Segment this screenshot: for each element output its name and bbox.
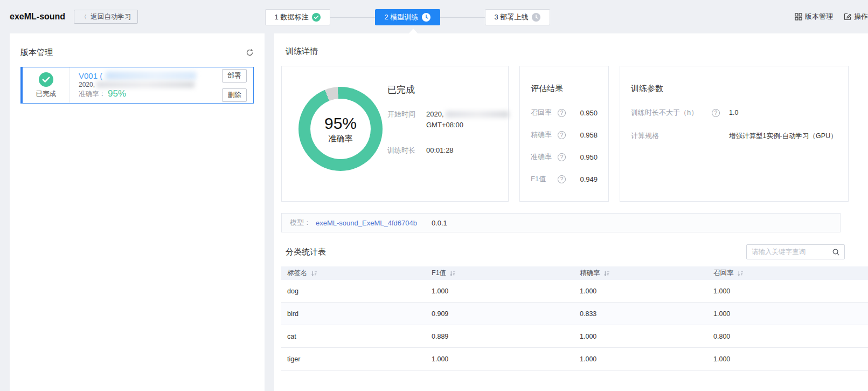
accuracy-value: 95% (108, 88, 126, 99)
cell-recall: 1.000 (707, 355, 868, 363)
edit-note-icon (844, 13, 851, 20)
version-management-action[interactable]: 版本管理 (795, 12, 833, 22)
param-label: 计算规格 (631, 131, 712, 141)
sort-icon[interactable] (737, 270, 744, 277)
cell-precision: 0.833 (574, 310, 707, 318)
column-header-f1[interactable]: F1值 (426, 269, 574, 278)
donut-label: 准确率 (329, 134, 353, 144)
param-row-compute-spec: 计算规格 增强计算型1实例-自动学习（GPU） (631, 131, 837, 141)
duration-label: 训练时长 (387, 145, 421, 156)
column-header-label-name[interactable]: 标签名 (281, 269, 426, 278)
metric-label: 准确率 (531, 152, 558, 162)
training-status-text: 已完成 (387, 84, 509, 96)
accuracy-label: 准确率： (79, 90, 106, 99)
help-icon[interactable]: ? (712, 109, 720, 117)
workflow-steps: 1 数据标注 2 模型训练 3 部署上线 (265, 9, 550, 25)
metric-value: 0.958 (566, 131, 598, 139)
cell-label-name: tiger (281, 355, 426, 363)
operation-action[interactable]: 操作 (844, 12, 868, 22)
search-icon[interactable] (832, 248, 840, 256)
metric-row-f1: F1值 ? 0.949 (531, 174, 598, 184)
sort-icon[interactable] (449, 270, 456, 277)
start-time-value: 2020, GMT+08:00 (426, 109, 509, 131)
model-label: 模型： (290, 218, 311, 228)
table-header-row: 标签名 F1值 精确率 召回率 (281, 266, 868, 280)
param-label: 训练时长不大于（h） (631, 108, 712, 118)
help-icon[interactable]: ? (558, 131, 566, 139)
search-input[interactable] (747, 248, 832, 256)
clock-icon (422, 13, 430, 22)
column-label: 召回率 (713, 269, 734, 278)
check-circle-icon (312, 13, 321, 22)
model-version: 0.0.1 (432, 219, 447, 227)
stats-header: 分类统计表 (281, 244, 845, 259)
duration-value: 00:01:28 (426, 145, 454, 156)
version-name: V001 ( (79, 71, 102, 80)
step-connector (330, 17, 375, 18)
cell-precision: 1.000 (574, 287, 707, 295)
operation-label: 操作 (854, 12, 868, 22)
back-button-label: 返回自动学习 (91, 12, 131, 22)
help-icon[interactable]: ? (558, 109, 566, 117)
step-label: 1 数据标注 (275, 12, 309, 22)
metric-value: 0.949 (566, 175, 598, 183)
metric-label: 召回率 (531, 108, 558, 118)
app-title: exeML-sound (10, 12, 65, 22)
metric-row-accuracy: 准确率 ? 0.950 (531, 152, 598, 162)
column-header-precision[interactable]: 精确率 (574, 269, 707, 278)
grid-icon (795, 13, 802, 20)
step-connector (440, 17, 485, 18)
step-deployment[interactable]: 3 部署上线 (485, 9, 550, 25)
start-time-label: 开始时间 (387, 109, 421, 131)
table-row[interactable]: cat 0.889 1.000 0.800 (281, 325, 868, 348)
deploy-button[interactable]: 部署 (222, 69, 247, 83)
step-label: 3 部署上线 (495, 12, 529, 22)
param-row-max-duration: 训练时长不大于（h） ? 1.0 (631, 108, 837, 118)
cell-label-name: cat (281, 333, 426, 340)
version-actions: 部署 删除 (217, 67, 253, 103)
version-panel: 版本管理 已完成 V001 ( 2020, 准确率： 95% (10, 33, 265, 391)
cell-f1: 1.000 (426, 355, 574, 363)
help-icon[interactable]: ? (558, 175, 566, 183)
cell-precision: 1.000 (574, 333, 707, 340)
table-row[interactable]: tiger 1.000 1.000 1.000 (281, 348, 868, 371)
column-header-recall[interactable]: 召回率 (707, 269, 868, 278)
sort-icon[interactable] (311, 270, 317, 277)
header-actions: 版本管理 操作 (795, 0, 868, 33)
metric-label: F1值 (531, 174, 558, 184)
column-label: 标签名 (287, 269, 308, 278)
donut-center: 95% 准确率 (310, 99, 371, 159)
start-time-prefix: 2020, (426, 109, 444, 120)
back-button[interactable]: 〈 返回自动学习 (74, 10, 138, 24)
cell-f1: 0.889 (426, 333, 574, 340)
help-icon[interactable]: ? (558, 153, 566, 161)
column-label: F1值 (432, 269, 446, 278)
cell-f1: 0.909 (426, 310, 574, 318)
evaluation-title: 评估结果 (531, 84, 598, 94)
sort-icon[interactable] (603, 270, 610, 277)
metric-row-recall: 召回率 ? 0.950 (531, 108, 598, 118)
redacted-start-time (446, 111, 509, 118)
param-value: 1.0 (729, 109, 738, 116)
page-title: 训练详情 (286, 46, 868, 57)
refresh-icon[interactable] (246, 49, 254, 57)
table-row[interactable]: dog 1.000 1.000 1.000 (281, 280, 868, 303)
training-detail-panel: 训练详情 95% 准确率 已完成 开始时间 2020, (274, 33, 868, 391)
metric-row-precision: 精确率 ? 0.958 (531, 130, 598, 140)
step-model-training[interactable]: 2 模型训练 (375, 9, 440, 25)
cell-precision: 1.000 (574, 355, 707, 363)
version-card[interactable]: 已完成 V001 ( 2020, 准确率： 95% 部署 删除 (20, 67, 254, 104)
column-label: 精确率 (580, 269, 600, 278)
cell-recall: 1.000 (707, 287, 868, 295)
table-row[interactable]: bird 0.909 0.833 1.000 (281, 303, 868, 325)
delete-button[interactable]: 删除 (222, 88, 247, 102)
step-data-labeling[interactable]: 1 数据标注 (265, 9, 330, 25)
cell-recall: 0.800 (707, 333, 868, 340)
model-link[interactable]: exeML-sound_ExeML_4fd6704b (316, 219, 417, 227)
params-title: 训练参数 (631, 84, 837, 94)
top-header: exeML-sound 〈 返回自动学习 1 数据标注 2 模型训练 3 部署上… (0, 0, 868, 33)
version-panel-title: 版本管理 (20, 47, 53, 58)
training-info: 已完成 开始时间 2020, GMT+08:00 训练时长 00:01:28 (387, 84, 509, 201)
metric-label: 精确率 (531, 130, 558, 140)
param-value: 增强计算型1实例-自动学习（GPU） (729, 132, 837, 141)
